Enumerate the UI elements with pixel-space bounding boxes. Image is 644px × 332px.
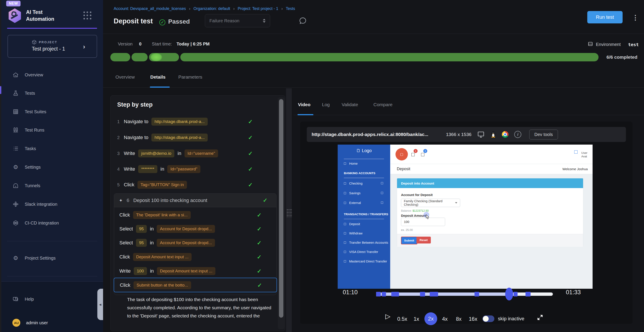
tab-video[interactable]: Video [298,102,310,107]
deposit-amount-input[interactable]: 100 [401,218,445,226]
panel-splitter[interactable] [286,88,292,332]
breadcrumb-organization[interactable]: Organization: default [194,6,230,11]
speed-4x[interactable]: 4x [442,316,448,322]
speed-2x[interactable]: 2x [424,312,437,325]
speed-16x[interactable]: 16x [469,316,477,322]
substep-row-4[interactable]: Click Deposit Amount text input ... ✓ [120,252,265,262]
failure-reason-select[interactable]: Failure Reason [205,14,270,27]
speed-8x[interactable]: 8x [456,316,462,322]
step-row-2[interactable]: 2 Navigate to http://stage.dbank.prod-a.… [117,132,272,143]
sidebar-item-test-runs[interactable]: Test Runs [8,124,97,136]
breadcrumb-tests[interactable]: Tests [286,6,295,11]
scrubber-track[interactable] [376,292,553,296]
bank-nav-savings[interactable]: Savings [344,192,360,195]
step-target-chip[interactable]: Deposit Amount text input ... [133,253,192,261]
tab-log[interactable]: Log [322,102,330,107]
progress-segment[interactable] [132,53,148,61]
tab-compare[interactable]: Compare [374,102,392,107]
scrollbar-thumb[interactable] [279,99,284,318]
bank-nav-deposit[interactable]: Deposit [344,222,360,226]
step-value-chip[interactable]: 95 [136,225,147,233]
step-row-4[interactable]: 4 Write ******** in Id="password" ✓ [117,164,272,174]
run-test-button[interactable]: Run test [587,11,622,24]
bank-nav-visa[interactable]: VISA Direct Transfer [344,250,378,254]
progress-segment[interactable] [180,53,598,61]
tab-details[interactable]: Details [150,74,166,80]
tab-validate[interactable]: Validate [342,102,358,107]
sidebar-item-overview[interactable]: Overview [8,69,97,81]
step-panel-scrollbar[interactable] [278,97,284,329]
speed-1x[interactable]: 1x [414,316,419,322]
step-value-chip[interactable]: jsmith@demo.io [138,150,174,158]
speed-0.5x[interactable]: 0.5x [397,316,407,322]
step-row-5[interactable]: 5 Click Tag="BUTTON" Sign in ✓ [117,180,272,190]
bank-reset-button[interactable]: Reset [416,237,431,244]
scrubber-handle[interactable] [505,288,513,300]
video-url[interactable]: http://stage.dbank.prod-apps.relicx.ai:8… [312,132,428,137]
help-button[interactable]: Help [8,293,97,305]
bank-body: Deposit into Account Account for Deposit… [390,174,592,289]
info-icon[interactable]: i [514,131,521,138]
step-group-6: ✦ 6 Deposit 100 into checking account ✓ … [114,193,276,295]
bank-nav-checking[interactable]: Checking [344,182,362,185]
bank-nav-home[interactable]: Home [344,162,358,165]
sidebar-item-settings[interactable]: ⚙ Settings [8,161,97,173]
step-target-chip[interactable]: The 'Deposit' link with a si... [133,211,191,219]
selected-substep-row[interactable]: Click Submit button at the botto... ✓ [114,278,277,292]
step-value-chip[interactable]: ******** [138,165,157,173]
progress-segment[interactable] [149,53,179,61]
substep-row-3[interactable]: Select 95 in Account for Deposit dropd..… [120,238,265,248]
step-target-chip[interactable]: http://stage.dbank.prod-a... [152,134,208,142]
play-button[interactable]: ▷ [385,312,390,320]
step-row-1[interactable]: 1 Navigate to http://stage.dbank.prod-a.… [117,116,272,127]
step-target-chip[interactable]: http://stage.dbank.prod-a... [152,118,208,126]
sidebar-item-slack-integration[interactable]: Slack integration [8,198,97,210]
comment-icon[interactable] [298,16,307,26]
sidebar-item-tunnels[interactable]: Tunnels [8,180,97,192]
project-selector[interactable]: PROJECT Test project - 1 › [8,35,97,58]
step-value-chip[interactable]: 95 [136,239,147,247]
bank-nav-transfer[interactable]: Transfer Between Accounts [344,241,388,244]
sidebar-item-test-suites[interactable]: Test Suites [8,106,97,118]
substep-row-5[interactable]: Write 100 in Deposit Amount text input .… [120,266,265,276]
sidebar-item-cicd-integration[interactable]: CI-CD integration [8,217,97,229]
step-target-chip[interactable]: Tag="BUTTON" Sign in [138,181,187,189]
tab-overview[interactable]: Overview [116,74,135,80]
step-target-chip[interactable]: Id="username" [184,150,218,158]
breadcrumb-account[interactable]: Account: Devspace_all_module_licenses [114,6,186,11]
sidebar-item-tests[interactable]: Tests [8,87,97,99]
sidebar-item-tasks[interactable]: Tasks [8,142,97,155]
step-by-step-panel: Step by step 1 Navigate to http://stage.… [110,95,285,331]
step-target-chip[interactable]: Submit button at the botto... [134,281,191,289]
substep-row-2[interactable]: Select 95 in Account for Deposit dropd..… [120,224,265,234]
bank-broken-logo-icon: ▢ [396,148,408,160]
version-value: 0 [139,42,142,46]
step-row-3[interactable]: 3 Write jsmith@demo.io in Id="username" … [117,148,272,159]
app-switcher-icon[interactable] [84,12,92,20]
substep-row-1[interactable]: Click The 'Deposit' link with a si... ✓ [120,210,265,220]
step-target-chip[interactable]: Account for Deposit dropd... [157,239,215,247]
progress-segment[interactable] [110,53,130,61]
sidebar-collapse-handle[interactable]: ◀ [97,289,103,320]
breadcrumb-project[interactable]: Project: Test project - 1 [238,6,278,11]
devtools-button[interactable]: Dev tools [529,130,558,140]
video-frame-bank-app: 🗋 Logo Home BANKING ACCOUNTS Checking Sa… [338,144,592,289]
flask-icon [12,90,19,96]
skip-inactive-toggle[interactable] [482,316,494,322]
step-value-chip[interactable]: 100 [134,267,147,275]
app-logo-icon[interactable] [8,8,22,23]
step-target-chip[interactable]: Id="password" [167,165,200,173]
bank-nav-mastercard[interactable]: Mastercard Direct Transfer [344,260,387,263]
bank-submit-button[interactable]: Submit [401,237,417,244]
user-menu[interactable]: AU admin user [8,316,97,329]
kebab-menu-icon[interactable]: ⋮ [632,14,639,22]
sidebar-item-project-settings[interactable]: ⚙ Project Settings [8,252,97,264]
fullscreen-icon[interactable] [537,314,543,322]
step-target-chip[interactable]: Account for Deposit dropd... [157,225,215,233]
step-group-header[interactable]: ✦ 6 Deposit 100 into checking account ✓ [114,194,276,207]
bank-nav-external[interactable]: External [344,201,361,205]
step-target-chip[interactable]: Deposit Amount text input ... [157,267,216,275]
tab-parameters[interactable]: Parameters [178,74,202,80]
account-for-deposit-select[interactable]: Family Checking (Standard Checking) [401,199,460,207]
bank-nav-withdraw[interactable]: Withdraw [344,232,362,235]
